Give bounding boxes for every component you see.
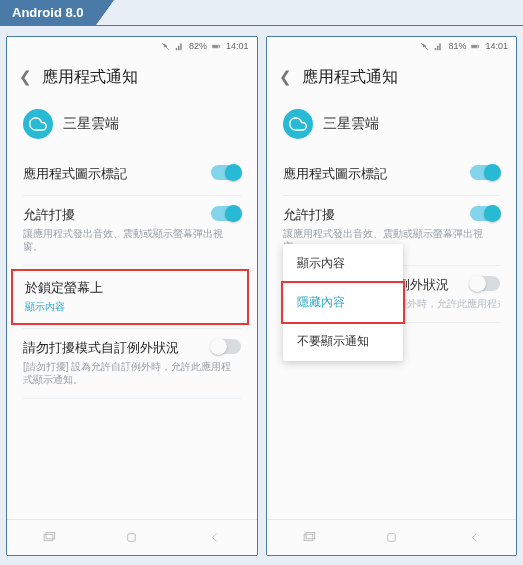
svg-rect-5 [46, 533, 55, 539]
toggle-disturb[interactable] [470, 206, 500, 221]
app-name: 三星雲端 [323, 115, 379, 133]
row-lockscreen[interactable]: 於鎖定螢幕上 顯示內容 [13, 271, 247, 323]
tab-slant-decoration [96, 0, 114, 25]
row-dnd-exception[interactable]: 請勿打擾模式自訂例外狀況 [請勿打擾] 設為允許自訂例外時，允許此應用程式顯示通… [7, 329, 257, 398]
svg-line-0 [162, 43, 169, 50]
phone-right: 81% 14:01 ❮ 應用程式通知 三星雲端 應用程式圖示標記 允許打擾 讓應… [266, 36, 518, 556]
signal-icon [434, 42, 443, 51]
svg-rect-9 [479, 45, 480, 47]
toggle-badge[interactable] [211, 165, 241, 180]
row-title: 請勿打擾模式自訂例外狀況 [23, 339, 241, 357]
row-title: 於鎖定螢幕上 [25, 279, 235, 297]
nav-home-icon[interactable] [384, 530, 399, 545]
toggle-dnd[interactable] [211, 339, 241, 354]
nav-back-icon[interactable] [467, 530, 482, 545]
phone-left: 82% 14:01 ❮ 應用程式通知 三星雲端 應用程式圖示標記 允許打擾 讓應… [6, 36, 258, 556]
row-title: 允許打擾 [23, 206, 241, 224]
app-name: 三星雲端 [63, 115, 119, 133]
content-area: 三星雲端 應用程式圖示標記 允許打擾 讓應用程式發出音效、震動或顯示螢幕彈出視窗… [7, 99, 257, 519]
dropdown-item-hide[interactable]: 隱藏內容 [281, 281, 405, 324]
svg-rect-4 [44, 534, 53, 540]
battery-text: 82% [189, 41, 207, 51]
nav-bar [7, 519, 257, 555]
divider [23, 265, 241, 266]
row-badge[interactable]: 應用程式圖示標記 [267, 155, 517, 195]
dropdown-item-show[interactable]: 顯示內容 [283, 244, 403, 283]
svg-line-7 [422, 43, 429, 50]
battery-icon [212, 42, 221, 51]
highlight-box-lockscreen: 於鎖定螢幕上 顯示內容 [11, 269, 249, 325]
phones-container: 82% 14:01 ❮ 應用程式通知 三星雲端 應用程式圖示標記 允許打擾 讓應… [0, 26, 523, 562]
mute-icon [161, 42, 170, 51]
row-title: 允許打擾 [283, 206, 501, 224]
svg-rect-12 [306, 533, 315, 539]
svg-rect-11 [304, 534, 313, 540]
row-title: 應用程式圖示標記 [23, 165, 241, 183]
row-badge[interactable]: 應用程式圖示標記 [7, 155, 257, 195]
svg-rect-3 [213, 45, 218, 47]
svg-rect-13 [387, 534, 395, 542]
battery-text: 81% [448, 41, 466, 51]
content-area: 三星雲端 應用程式圖示標記 允許打擾 讓應用程式發出音效、震動或顯示螢幕彈出視窗… [267, 99, 517, 519]
app-info-section: 三星雲端 [267, 99, 517, 155]
cloud-icon [283, 109, 313, 139]
toggle-dnd[interactable] [470, 276, 500, 291]
page-title: 應用程式通知 [42, 67, 138, 88]
row-subtitle-partial: 例外時，允許此應用程式 [397, 297, 501, 310]
row-subtitle: [請勿打擾] 設為允許自訂例外時，允許此應用程式顯示通知。 [23, 360, 241, 386]
svg-rect-10 [472, 45, 477, 47]
app-info-section: 三星雲端 [7, 99, 257, 155]
nav-home-icon[interactable] [124, 530, 139, 545]
nav-recents-icon[interactable] [301, 530, 316, 545]
time-text: 14:01 [226, 41, 249, 51]
row-subtitle: 顯示內容 [25, 300, 235, 313]
row-allow-disturb[interactable]: 允許打擾 讓應用程式發出音效、震動或顯示螢幕彈出視窗。 [7, 196, 257, 265]
version-tab-label: Android 8.0 [0, 0, 96, 25]
app-bar: ❮ 應用程式通知 [267, 55, 517, 99]
cloud-icon [23, 109, 53, 139]
toggle-badge[interactable] [470, 165, 500, 180]
svg-rect-2 [219, 45, 220, 47]
toggle-disturb[interactable] [211, 206, 241, 221]
nav-bar [267, 519, 517, 555]
status-bar: 82% 14:01 [7, 37, 257, 55]
divider [23, 398, 241, 399]
app-bar: ❮ 應用程式通知 [7, 55, 257, 99]
lockscreen-dropdown: 顯示內容 隱藏內容 不要顯示通知 [283, 244, 403, 361]
back-button[interactable]: ❮ [279, 68, 292, 86]
mute-icon [420, 42, 429, 51]
row-subtitle: 讓應用程式發出音效、震動或顯示螢幕彈出視窗。 [23, 227, 241, 253]
nav-recents-icon[interactable] [41, 530, 56, 545]
page-title: 應用程式通知 [302, 67, 398, 88]
row-title: 應用程式圖示標記 [283, 165, 501, 183]
time-text: 14:01 [485, 41, 508, 51]
version-tab-header: Android 8.0 [0, 0, 523, 26]
svg-rect-6 [128, 534, 136, 542]
signal-icon [175, 42, 184, 51]
dropdown-item-none[interactable]: 不要顯示通知 [283, 322, 403, 361]
battery-icon [471, 42, 480, 51]
status-bar: 81% 14:01 [267, 37, 517, 55]
nav-back-icon[interactable] [207, 530, 222, 545]
back-button[interactable]: ❮ [19, 68, 32, 86]
